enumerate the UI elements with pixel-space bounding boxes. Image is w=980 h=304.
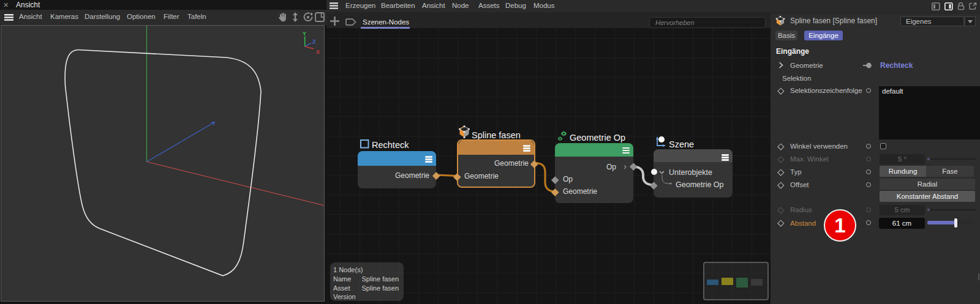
- svg-text:Y: Y: [303, 31, 306, 37]
- svg-text:X: X: [316, 49, 320, 55]
- svg-text:Z: Z: [312, 39, 316, 45]
